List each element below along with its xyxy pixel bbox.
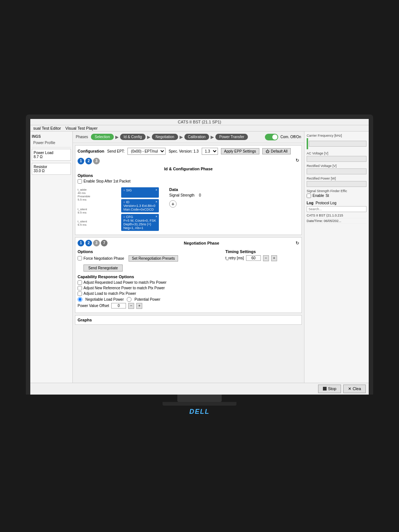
- menu-item-test-editor[interactable]: sual Test Editor: [33, 126, 61, 130]
- data-title: Data: [169, 187, 299, 192]
- set-reneg-btn[interactable]: Set Renegotiation Presets: [129, 255, 178, 262]
- cfg-close-btn[interactable]: ×: [156, 215, 157, 218]
- resistor-value: 33.0 Ω: [34, 169, 69, 173]
- ac-voltage-label: AC Voltage [V]: [307, 151, 366, 155]
- id-close-btn[interactable]: ×: [156, 200, 157, 204]
- negotiation-section: 1 2 3 7 Negotiation Phase ↻ Options: [75, 237, 302, 313]
- power-options-row: Negotiable Load Power Potential Power: [78, 297, 218, 302]
- timeline-label-1: t_adde 40 ms Preamble 5.5 ms: [78, 188, 90, 201]
- resistor-box: Resistor 33.0 Ω: [32, 163, 71, 175]
- carrier-freq-field: Carrier Frequency [kHz]: [307, 134, 366, 149]
- power-offset-minus[interactable]: −: [128, 303, 134, 309]
- neg-header: 1 2 3 7 Negotiation Phase ↻: [78, 240, 299, 246]
- send-reneg-btn[interactable]: Send Renegotiate: [83, 265, 123, 272]
- t-retry-minus[interactable]: −: [263, 255, 269, 261]
- cap-label-2: Adjust New Reference Power to match Ptx …: [83, 286, 165, 290]
- id-config-phase-title: Id & Configuration Phase: [78, 167, 299, 171]
- sig-close-btn[interactable]: ×: [156, 188, 157, 192]
- carrier-freq-input[interactable]: [309, 141, 366, 147]
- log-section: Log Protocol Log CATS II BST (21.1.0.215…: [307, 201, 366, 224]
- log-search-input[interactable]: [307, 206, 366, 212]
- radio-potential[interactable]: [127, 297, 132, 302]
- power-offset-label: Power Value Offset: [78, 304, 109, 308]
- data-row-signal: Signal Strength 0: [169, 193, 299, 197]
- force-neg-checkbox[interactable]: [78, 256, 82, 260]
- add-block-btn[interactable]: +: [169, 200, 177, 208]
- t-retry-plus[interactable]: +: [271, 255, 277, 261]
- enable-row: Enable St: [307, 194, 366, 198]
- com-toggle[interactable]: Com. Off/On: [265, 134, 301, 140]
- protocol-log-label: Protocol Log: [316, 201, 336, 205]
- neg-options-title: Options: [78, 249, 218, 254]
- rectified-voltage-field: Rectified Voltage [V]: [307, 164, 366, 174]
- menu-item-test-player[interactable]: Visual Test Player: [65, 126, 98, 130]
- ac-voltage-field: AC Voltage [V]: [307, 151, 366, 162]
- clear-button[interactable]: ✕ Clea: [343, 385, 366, 393]
- power-offset-input[interactable]: [111, 303, 126, 308]
- signal-enable-checkbox[interactable]: [307, 194, 311, 198]
- ac-voltage-input[interactable]: [307, 156, 366, 162]
- neg-phase-title: Negotiation Phase: [109, 241, 294, 245]
- neg-phase-num-2[interactable]: 2: [85, 240, 92, 246]
- cap-label-3: Adjust Load to match Ptx Power: [83, 291, 136, 296]
- power-offset-plus[interactable]: +: [136, 303, 142, 309]
- id-block-content: Version=1.3 Ext.Bit=0 Man.Code=0xCDCD: [123, 204, 157, 211]
- clear-label: Clea: [352, 386, 361, 391]
- log-entry-1: CATS II BST (21.1.0.215: [307, 214, 366, 218]
- neg-phase-num-1[interactable]: 1: [78, 240, 84, 246]
- cap-option-3: Adjust Load to match Ptx Power: [78, 291, 218, 296]
- power-load-box: Power Load 8.7 Ω: [32, 149, 71, 161]
- t-retry-input[interactable]: [246, 255, 261, 261]
- force-neg-row: Force Negotiation Phase Set Renegotiatio…: [78, 255, 218, 262]
- cap-checkbox-3[interactable]: [78, 291, 82, 296]
- phase-selection-btn[interactable]: Selection: [91, 134, 113, 140]
- spec-version-select[interactable]: 1.3: [202, 148, 218, 155]
- enable-stop-checkbox[interactable]: [78, 179, 82, 184]
- phase-num-1[interactable]: 1: [78, 158, 84, 164]
- phase-content: t_adde 40 ms Preamble 5.5 ms t_silent 9.…: [78, 187, 299, 232]
- phase-num-2[interactable]: 2: [85, 158, 92, 164]
- log-entry-2: Date/Time: 06/05/202...: [307, 219, 366, 224]
- neg-options-left: Options Force Negotiation Phase Set Rene…: [78, 249, 218, 310]
- add-btn-container: +: [169, 200, 299, 208]
- neg-phase-num-7[interactable]: 7: [101, 240, 108, 246]
- cap-checkbox-1[interactable]: [78, 280, 82, 285]
- power-icon: ⏻: [266, 149, 269, 153]
- signal-strength-field: Signal Strength Finder Effic Enable St: [307, 189, 366, 198]
- neg-phase-numbers: 1 2 3 7: [78, 240, 108, 246]
- power-offset-row: Power Value Offset − +: [78, 303, 218, 309]
- phase-num-3[interactable]: 3: [93, 158, 100, 164]
- config-header: Configuration Send EPT: (0x00) - EPT/nul…: [78, 148, 299, 155]
- cfg-lines-icon: ≡: [123, 215, 125, 219]
- send-reneg-container: Send Renegotiate: [83, 263, 218, 272]
- phase-powertransfer-btn[interactable]: Power Transfer: [215, 134, 248, 140]
- neg-body: Options Force Negotiation Phase Set Rene…: [78, 249, 299, 310]
- enable-stop-label: Enable Stop After 1st Packet: [83, 179, 130, 183]
- power-load-value: 8.7 Ω: [34, 155, 69, 159]
- rectified-voltage-input[interactable]: [307, 168, 366, 174]
- content-area: Phases Selection ▶ Id & Config ▶ Negotia…: [73, 132, 304, 383]
- config-refresh-icon[interactable]: ↻: [296, 158, 299, 164]
- cap-checkbox-2[interactable]: [78, 286, 82, 290]
- phase-negotiation-btn[interactable]: Negotiation: [152, 134, 178, 140]
- carrier-bar: [307, 138, 308, 149]
- default-all-btn[interactable]: ⏻ Default All: [262, 148, 291, 154]
- signal-strength-finder-label: Signal Strength Finder Effic: [307, 189, 366, 193]
- com-toggle-switch[interactable]: [265, 134, 278, 140]
- sig-lines-icon: ≡: [123, 189, 125, 192]
- app-title: CATS II BST (21.1 SP1): [178, 120, 221, 124]
- signal-strength-value: 0: [199, 193, 201, 197]
- send-ept-select[interactable]: (0x00) - EPT/nul: [127, 148, 166, 155]
- graphs-section: Graphs: [75, 315, 302, 325]
- id-lines-icon: ≡: [123, 201, 125, 204]
- neg-phase-num-3[interactable]: 3: [93, 240, 100, 246]
- radio-negotiable[interactable]: [78, 297, 82, 302]
- phase-calibration-btn[interactable]: Calibration: [184, 134, 209, 140]
- stop-button[interactable]: Stop: [318, 385, 341, 393]
- rectified-power-input[interactable]: [307, 181, 366, 187]
- rectified-voltage-label: Rectified Voltage [V]: [307, 164, 366, 168]
- force-neg-label: Force Negotiation Phase: [83, 256, 124, 260]
- apply-epp-btn[interactable]: Apply EPP Settings: [221, 148, 260, 154]
- neg-refresh-icon[interactable]: ↻: [296, 241, 299, 246]
- phase-idconfig-btn[interactable]: Id & Config: [120, 134, 146, 140]
